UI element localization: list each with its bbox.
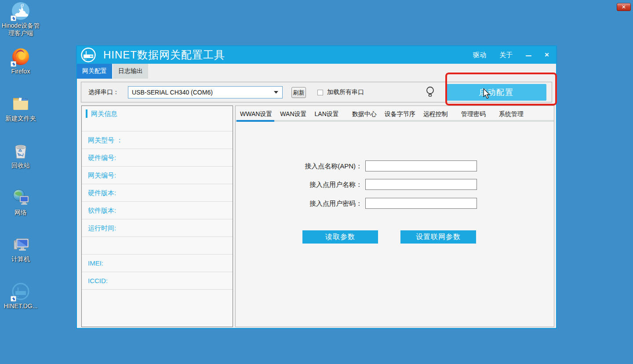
refresh-button[interactable]: 刷新: [291, 87, 306, 98]
driver-menu[interactable]: 驱动: [473, 51, 486, 59]
settings-panel: WWAN设置 WAN设置 LAN设置 数据中心 设备字节序 远程控制 管理密码 …: [235, 106, 554, 327]
info-row-uptime: 运行时间:: [82, 219, 233, 237]
hinode-client-icon: [11, 2, 30, 20]
desktop-icon-network[interactable]: 网络: [0, 189, 41, 216]
tab-lan-settings[interactable]: LAN设置: [311, 109, 343, 119]
recycle-bin-icon: [11, 142, 30, 160]
desktop-icon-computer[interactable]: 计算机: [0, 235, 41, 263]
app-logo-icon: [80, 47, 96, 63]
apn-input[interactable]: [365, 160, 477, 171]
tab-byte-order[interactable]: 设备字节序: [381, 109, 419, 119]
active-tab-indicator: [236, 120, 274, 122]
info-row-model: 网关型号 ：: [82, 131, 233, 149]
window-close-icon[interactable]: ×: [545, 51, 549, 59]
gateway-info-header: 网关信息: [82, 106, 233, 131]
desktop-icon-label: Hinode设备管理客户端: [0, 22, 41, 37]
desktop-icon-label: 网络: [15, 209, 27, 216]
tab-underline-track: [236, 120, 554, 122]
titlebar: HINET数据网关配置工具 驱动 关于 ×: [77, 46, 556, 64]
form-row-username: 接入点用户名称：: [236, 179, 554, 190]
folder-icon: [11, 95, 30, 113]
read-params-button[interactable]: 读取参数: [302, 230, 378, 244]
desktop-icon-new-folder[interactable]: 新建文件夹: [0, 95, 41, 122]
tab-gateway-config[interactable]: 网关配置: [77, 64, 112, 79]
desktop-icon-label: 计算机: [11, 255, 30, 263]
tab-admin-password[interactable]: 管理密码: [457, 109, 490, 119]
info-row-empty: [82, 237, 233, 254]
shortcut-arrow-icon: [11, 296, 16, 302]
info-row-empty: [82, 289, 233, 307]
info-row-sw-version: 软件版本:: [82, 201, 233, 219]
section-marker: [86, 109, 87, 118]
apn-username-input[interactable]: [365, 179, 477, 190]
serial-port-select[interactable]: USB-SERIAL CH340 (COM6): [128, 86, 283, 98]
firefox-icon: [11, 47, 30, 66]
annotation-highlight-rect: [445, 73, 557, 106]
desktop-icon-hinet-dg[interactable]: HINET.DG...: [0, 282, 41, 310]
about-menu[interactable]: 关于: [499, 51, 513, 59]
form-row-apn: 接入点名称(APN)：: [236, 160, 554, 172]
serial-port-value: USB-SERIAL CH340 (COM6): [132, 89, 213, 96]
mouse-cursor: [482, 88, 491, 99]
main-tab-bar: 网关配置 日志输出: [77, 64, 149, 79]
info-row-hw-version: 硬件版本:: [82, 184, 233, 201]
tab-wan-settings[interactable]: WAN设置: [276, 109, 310, 119]
lightbulb-icon[interactable]: [426, 86, 435, 98]
load-all-ports-checkbox[interactable]: [317, 90, 323, 95]
desktop-icon-hinode[interactable]: Hinode设备管理客户端: [0, 2, 41, 37]
desktop-icon-label: Firefox: [11, 68, 30, 75]
session-close-button[interactable]: ✕: [617, 3, 631, 11]
tab-wwan-settings[interactable]: WWAN设置: [236, 109, 276, 119]
desktop-icon-firefox[interactable]: Firefox: [0, 47, 41, 75]
load-all-ports-label[interactable]: 加载所有串口: [327, 88, 364, 96]
hinet-dg-icon: [11, 282, 30, 301]
shortcut-arrow-icon: [11, 61, 16, 67]
desktop-icon-recycle-bin[interactable]: 回收站: [0, 142, 41, 169]
dropdown-arrow-icon: [274, 91, 278, 94]
info-row-gw-number: 网关编号:: [82, 166, 233, 184]
serial-port-label: 选择串口：: [88, 88, 119, 96]
computer-icon: [11, 235, 30, 254]
tab-system-admin[interactable]: 系统管理: [495, 109, 528, 119]
tab-data-center[interactable]: 数据中心: [348, 109, 381, 119]
info-row-iccid: ICCID:: [82, 272, 233, 289]
info-row-imei: IMEI:: [82, 254, 233, 272]
info-row-hw-number: 硬件编号:: [82, 149, 233, 166]
apn-password-input[interactable]: [365, 198, 477, 209]
tab-remote-control[interactable]: 远程控制: [419, 109, 452, 119]
desktop-icon-label: HINET.DG...: [4, 302, 37, 310]
settings-tab-bar: WWAN设置 WAN设置 LAN设置 数据中心 设备字节序 远程控制 管理密码 …: [236, 106, 554, 119]
minimize-icon[interactable]: [526, 55, 531, 56]
shortcut-arrow-icon: [11, 15, 16, 21]
set-network-params-button[interactable]: 设置联网参数: [400, 230, 476, 244]
desktop-icon-label: 回收站: [11, 162, 30, 169]
gateway-info-panel: 网关信息 网关型号 ： 硬件编号: 网关编号: 硬件版本: 软件版本: 运行时间…: [81, 106, 233, 327]
network-icon: [11, 189, 30, 207]
window-title: HINET数据网关配置工具: [103, 48, 225, 62]
form-row-password: 接入点用户密码：: [236, 198, 554, 209]
tab-log-output[interactable]: 日志输出: [113, 64, 148, 79]
desktop-icon-label: 新建文件夹: [5, 115, 36, 122]
